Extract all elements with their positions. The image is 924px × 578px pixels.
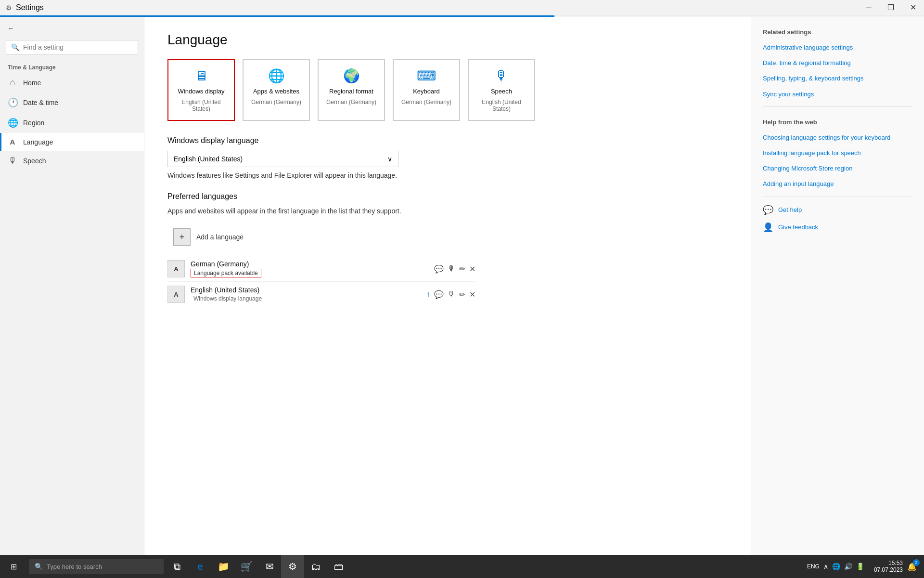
- lang-name: German (Germany): [191, 260, 261, 268]
- card-speech[interactable]: 🎙 Speech English (United States): [468, 59, 535, 121]
- chevron-icon[interactable]: ∧: [823, 563, 828, 570]
- card-sub: German (Germany): [251, 99, 301, 105]
- chat-icon[interactable]: 💬: [434, 290, 444, 299]
- lang-name: English (United States): [191, 286, 265, 294]
- add-language-label: Add a language: [196, 233, 244, 241]
- taskbar-time[interactable]: 15:53 07.07.2023: [870, 560, 907, 573]
- add-language-button[interactable]: + Add a language: [167, 223, 264, 250]
- mail-icon: ✉: [266, 561, 274, 572]
- world-icon: 🌍: [343, 68, 360, 84]
- handwrite-icon[interactable]: ✏: [459, 290, 465, 299]
- start-button[interactable]: ⊞: [0, 555, 27, 578]
- region-icon: 🌐: [8, 118, 17, 128]
- card-windows-display[interactable]: 🖥 Windows display English (United States…: [167, 59, 235, 121]
- sidebar-item-label: Speech: [23, 157, 46, 165]
- card-apps-websites[interactable]: 🌐 Apps & websites German (Germany): [243, 59, 310, 121]
- related-link-sync[interactable]: Sync your settings: [763, 90, 912, 99]
- dropdown-value: English (United States): [174, 155, 243, 163]
- battery-icon[interactable]: 🔋: [856, 563, 864, 570]
- windows-icon: ⊞: [11, 562, 17, 571]
- edge-button[interactable]: e: [189, 555, 212, 578]
- up-arrow-icon[interactable]: ↑: [426, 290, 430, 299]
- settings-taskbar-button[interactable]: ⚙: [281, 555, 304, 578]
- preferred-languages-section: Preferred languages Apps and websites wi…: [167, 192, 728, 308]
- sidebar-item-language[interactable]: A Language: [0, 133, 144, 151]
- card-sub: English (United States): [174, 99, 228, 112]
- file-explorer-button[interactable]: 📁: [212, 555, 235, 578]
- search-box[interactable]: 🔍: [6, 40, 138, 54]
- card-sub: English (United States): [475, 99, 528, 112]
- close-button[interactable]: ✕: [902, 0, 924, 15]
- title-bar: ⚙ Settings ─ ❐ ✕: [0, 0, 924, 15]
- clock-icon: 🕐: [8, 97, 17, 108]
- card-title: Regional format: [329, 88, 373, 95]
- card-title: Apps & websites: [253, 88, 299, 95]
- lang-icons: 💬 🎙 ✏ ✕: [434, 264, 475, 274]
- sidebar-item-datetime[interactable]: 🕐 Date & time: [0, 92, 144, 113]
- store-icon: 🛒: [241, 561, 253, 572]
- preferred-section-title: Preferred languages: [167, 192, 728, 201]
- store-button[interactable]: 🛒: [235, 555, 258, 578]
- lang-left: A German (Germany) Language pack availab…: [167, 260, 261, 277]
- divider: [763, 106, 912, 107]
- give-feedback-text: Give feedback: [778, 223, 818, 231]
- handwrite-icon[interactable]: ✏: [459, 264, 465, 274]
- language-list-item-english: A English (United States) Windows displa…: [167, 282, 475, 307]
- sidebar: ← 🔍 Time & Language ⌂ Home 🕐 Date & time…: [0, 17, 144, 555]
- help-link-keyboard[interactable]: Choosing language settings for your keyb…: [763, 133, 912, 142]
- card-sub: German (Germany): [401, 99, 451, 105]
- card-sub: German (Germany): [326, 99, 376, 105]
- title-bar-controls: ─ ❐ ✕: [858, 0, 924, 15]
- lang-info: English (United States) Windows display …: [191, 286, 265, 302]
- date-display: 07.07.2023: [874, 566, 903, 573]
- volume-icon[interactable]: 🔊: [844, 563, 852, 570]
- right-panel: Related settings Administrative language…: [751, 17, 924, 555]
- mic-icon[interactable]: 🎙: [448, 290, 455, 299]
- card-keyboard[interactable]: ⌨ Keyboard German (Germany): [393, 59, 460, 121]
- related-link-datetime[interactable]: Date, time & regional formatting: [763, 59, 912, 67]
- remove-icon[interactable]: ✕: [469, 290, 475, 299]
- app-icon-symbol: 🗃: [334, 561, 344, 572]
- lang-sub: Windows display language: [191, 295, 265, 302]
- chat-icon[interactable]: 💬: [434, 264, 444, 274]
- app-icon-symbol: 🗂: [311, 561, 321, 572]
- related-link-admin[interactable]: Administrative language settings: [763, 43, 912, 52]
- remove-icon[interactable]: ✕: [469, 264, 475, 274]
- network-icon[interactable]: 🌐: [832, 563, 840, 570]
- sidebar-section-title: Time & Language: [0, 58, 144, 73]
- mic-icon[interactable]: 🎙: [448, 264, 455, 273]
- sidebar-item-speech[interactable]: 🎙 Speech: [0, 151, 144, 171]
- language-tray-icon[interactable]: ENG: [807, 563, 820, 570]
- sidebar-item-home[interactable]: ⌂ Home: [0, 73, 144, 92]
- chevron-down-icon: ∨: [387, 155, 392, 163]
- back-button[interactable]: ←: [0, 21, 144, 36]
- divider2: [763, 197, 912, 197]
- lang-sub-boxed: Language pack available: [191, 269, 261, 277]
- task-view-button[interactable]: ⧉: [166, 555, 189, 578]
- restore-button[interactable]: ❐: [880, 0, 902, 15]
- app-icon-2[interactable]: 🗃: [327, 555, 350, 578]
- related-link-spelling[interactable]: Spelling, typing, & keyboard settings: [763, 74, 912, 83]
- globe-icon: 🌐: [268, 68, 285, 84]
- search-input[interactable]: [23, 43, 133, 51]
- page-title: Language: [167, 32, 728, 48]
- get-help-text: Get help: [778, 206, 802, 213]
- taskbar-search-icon: 🔍: [35, 563, 43, 570]
- notification-button[interactable]: 🔔 2: [907, 555, 924, 578]
- language-letter-icon: A: [167, 286, 185, 303]
- card-title: Keyboard: [413, 88, 440, 95]
- help-link-input-lang[interactable]: Adding an input language: [763, 180, 912, 188]
- help-link-store-region[interactable]: Changing Microsoft Store region: [763, 164, 912, 173]
- minimize-button[interactable]: ─: [858, 0, 880, 15]
- give-feedback-item[interactable]: 👤 Give feedback: [763, 222, 912, 233]
- sidebar-item-region[interactable]: 🌐 Region: [0, 113, 144, 133]
- sidebar-item-label: Home: [23, 79, 41, 87]
- app-icon-1[interactable]: 🗂: [304, 555, 327, 578]
- help-link-speech-pack[interactable]: Installing language pack for speech: [763, 149, 912, 158]
- display-language-dropdown[interactable]: English (United States) ∨: [167, 151, 398, 167]
- taskbar-search[interactable]: 🔍 Type here to search: [29, 559, 164, 574]
- home-icon: ⌂: [8, 78, 17, 88]
- card-regional-format[interactable]: 🌍 Regional format German (Germany): [318, 59, 385, 121]
- get-help-item[interactable]: 💬 Get help: [763, 205, 912, 215]
- mail-button[interactable]: ✉: [258, 555, 281, 578]
